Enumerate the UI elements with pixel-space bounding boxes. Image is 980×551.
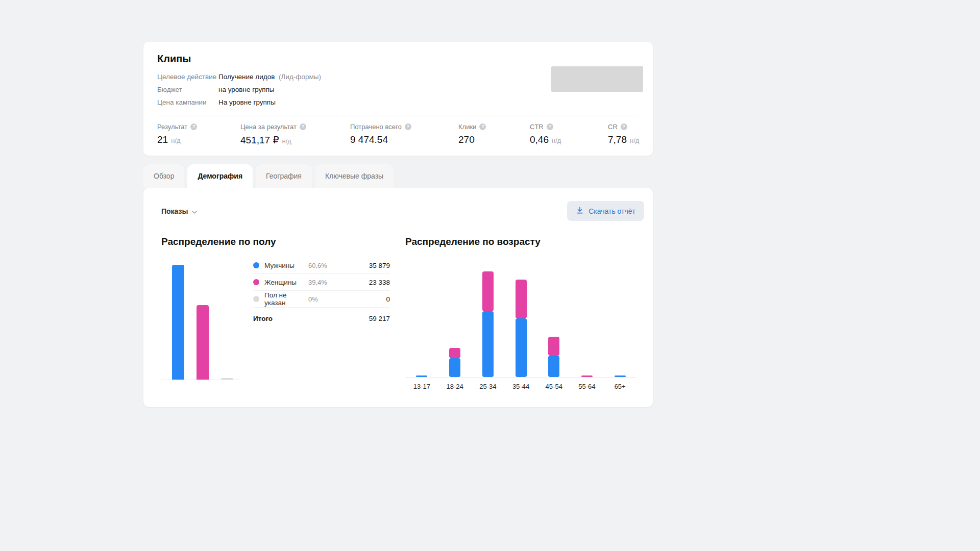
help-icon[interactable]: ? [190, 123, 197, 130]
meta-value-main: Получение лидов [218, 73, 275, 81]
redacted-area [551, 66, 643, 92]
age-labels: 13-1718-2425-3435-4445-5455-6465+ [405, 383, 636, 390]
legend-name: Мужчины [264, 262, 308, 269]
download-icon [576, 206, 584, 216]
stat-value: 7,78 [608, 134, 627, 145]
age-section: Распределение по возрасту 13-1718-2425-3… [405, 236, 636, 390]
download-report-button[interactable]: Скачать отчёт [567, 201, 644, 221]
age-bar-group-45-54 [537, 272, 571, 377]
stat-value: 0,46 [530, 134, 549, 145]
age-segment-Мужчины [449, 358, 460, 377]
meta-label: Целевое действие [157, 73, 218, 81]
stat-label: Результат [157, 123, 187, 131]
legend-value: 35 879 [344, 262, 390, 269]
legend-percent: 60,6% [308, 262, 344, 269]
age-bar-group-13-17 [405, 272, 438, 377]
age-category-label: 25-34 [471, 383, 504, 390]
page: Клипы Целевое действие Получение лидов (… [0, 0, 980, 551]
age-bar-group-18-24 [438, 272, 472, 377]
unspecified-color-dot [253, 296, 259, 302]
age-category-label: 13-17 [405, 383, 438, 390]
age-category-label: 18-24 [438, 383, 472, 390]
age-category-label: 35-44 [504, 383, 537, 390]
legend-row-unspecified: Пол не указан 0% 0 [253, 291, 390, 308]
age-segment-Мужчины [548, 356, 559, 377]
age-bars [405, 272, 636, 378]
stat-value: 451,17 ₽ [240, 134, 279, 146]
age-segment-Мужчины [416, 375, 427, 377]
metric-selector-dropdown[interactable]: Показы [161, 207, 197, 215]
panel-header: Показы Скачать отчёт [143, 188, 653, 221]
metric-selector-label: Показы [161, 207, 188, 215]
tab-key-phrases[interactable]: Ключевые фразы [315, 164, 394, 188]
age-segment-Мужчины [482, 311, 494, 377]
legend-value: 23 338 [344, 279, 390, 286]
stat-total-spent: Потрачено всего? 9 474.54 [350, 123, 458, 146]
help-icon[interactable]: ? [300, 123, 306, 130]
age-segment-Женщины [482, 271, 494, 311]
tab-geography[interactable]: География [256, 164, 312, 188]
age-chart-title: Распределение по возрасту [405, 236, 636, 247]
help-icon[interactable]: ? [479, 123, 486, 130]
campaign-title: Клипы [157, 53, 639, 65]
age-segment-Женщины [581, 375, 593, 377]
age-bar-group-65+ [603, 272, 636, 377]
gender-bar-1 [197, 305, 209, 380]
male-color-dot [253, 262, 259, 268]
female-color-dot [253, 279, 259, 285]
stat-label: CTR [530, 123, 544, 131]
gender-chart: Мужчины 60,6% 35 879 Женщины 39,4% 23 33… [161, 264, 390, 380]
tab-demography[interactable]: Демография [187, 164, 253, 188]
stat-suffix: н/д [171, 137, 180, 144]
stat-cost-per-result: Цена за результат? 451,17 ₽н/д [240, 123, 350, 146]
meta-value-secondary: (Лид-формы) [279, 73, 321, 81]
stat-label: CR [608, 123, 618, 131]
meta-value: на уровне группы [218, 86, 275, 93]
meta-label: Цена кампании [157, 98, 218, 106]
gender-section: Распределение по полу Мужчины 60,6% 35 8… [161, 236, 390, 390]
gender-bars [161, 264, 241, 380]
stat-clicks: Клики? 270 [458, 123, 530, 146]
legend-name: Женщины [264, 279, 308, 286]
meta-row-campaign-price: Цена кампании На уровне группы [157, 98, 639, 111]
meta-label: Бюджет [157, 86, 218, 93]
age-segment-Мужчины [516, 318, 527, 377]
stat-value: 9 474.54 [350, 134, 388, 145]
legend-total-label: Итого [253, 315, 369, 322]
campaign-card: Клипы Целевое действие Получение лидов (… [143, 42, 653, 156]
gender-bar-2 [221, 378, 233, 380]
stat-suffix: н/д [630, 137, 639, 144]
stat-label: Клики [458, 123, 476, 131]
meta-value: Получение лидов (Лид-формы) [218, 73, 321, 81]
gender-chart-title: Распределение по полу [161, 236, 390, 247]
age-segment-Мужчины [615, 375, 626, 377]
age-segment-Женщины [516, 280, 527, 318]
gender-bar-0 [172, 265, 184, 380]
chevron-down-icon [192, 207, 197, 215]
legend-total-row: Итого 59 217 [253, 308, 390, 329]
campaign-stats-row: Результат? 21н/д Цена за результат? 451,… [157, 116, 639, 146]
tab-overview[interactable]: Обзор [143, 164, 184, 188]
help-icon[interactable]: ? [547, 123, 553, 130]
age-segment-Женщины [449, 348, 460, 358]
age-category-label: 45-54 [537, 383, 571, 390]
stat-result: Результат? 21н/д [157, 123, 240, 146]
help-icon[interactable]: ? [621, 123, 627, 130]
age-chart: 13-1718-2425-3435-4445-5455-6465+ [405, 272, 636, 390]
stat-value: 270 [458, 134, 475, 145]
age-bar-group-35-44 [504, 272, 537, 377]
legend-percent: 0% [308, 295, 344, 303]
age-segment-Женщины [548, 337, 559, 356]
legend-row-male: Мужчины 60,6% 35 879 [253, 257, 390, 274]
stat-ctr: CTR? 0,46н/д [530, 123, 608, 146]
legend-row-female: Женщины 39,4% 23 338 [253, 274, 390, 291]
legend-value: 0 [344, 295, 390, 303]
help-icon[interactable]: ? [405, 123, 411, 130]
tabs-bar: Обзор Демография География Ключевые фраз… [143, 164, 394, 188]
gender-legend: Мужчины 60,6% 35 879 Женщины 39,4% 23 33… [253, 257, 390, 380]
age-category-label: 55-64 [571, 383, 604, 390]
stat-suffix: н/д [282, 137, 291, 145]
demography-panel: Показы Скачать отчёт Распределение по по… [143, 188, 653, 407]
download-report-label: Скачать отчёт [589, 207, 635, 215]
stat-cr: CR? 7,78н/д [608, 123, 639, 146]
